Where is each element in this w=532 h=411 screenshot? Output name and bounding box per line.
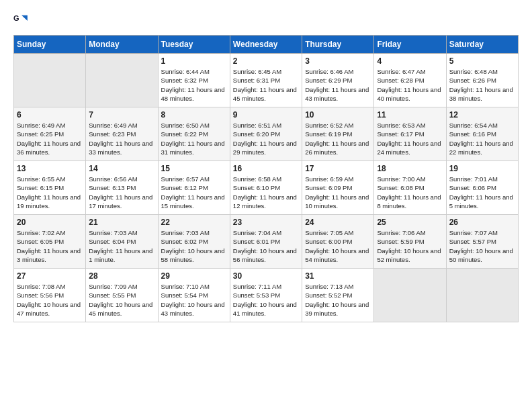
day-detail: Sunrise: 6:50 AM Sunset: 6:22 PM Dayligh…	[161, 121, 227, 156]
day-number: 24	[305, 218, 371, 227]
day-number: 16	[233, 164, 299, 173]
day-detail: Sunrise: 7:00 AM Sunset: 6:08 PM Dayligh…	[377, 175, 443, 210]
day-detail: Sunrise: 7:04 AM Sunset: 6:01 PM Dayligh…	[233, 228, 299, 264]
day-detail: Sunrise: 6:51 AM Sunset: 6:20 PM Dayligh…	[233, 121, 299, 156]
header-cell-saturday: Saturday	[446, 36, 518, 54]
day-cell: 26 Sunrise: 7:07 AM Sunset: 5:57 PM Dayl…	[446, 215, 518, 269]
day-number: 30	[233, 271, 299, 281]
day-detail: Sunrise: 7:07 AM Sunset: 5:57 PM Dayligh…	[449, 228, 515, 264]
header-row: SundayMondayTuesdayWednesdayThursdayFrid…	[14, 36, 519, 54]
day-number: 4	[377, 56, 443, 66]
day-detail: Sunrise: 6:49 AM Sunset: 6:23 PM Dayligh…	[89, 121, 154, 156]
day-cell: 24 Sunrise: 7:05 AM Sunset: 6:00 PM Dayl…	[302, 215, 374, 269]
header-cell-friday: Friday	[374, 36, 446, 54]
calendar-table: SundayMondayTuesdayWednesdayThursdayFrid…	[13, 35, 519, 322]
day-number: 5	[449, 56, 515, 66]
day-number: 6	[17, 110, 83, 120]
day-number: 2	[233, 56, 299, 66]
day-cell	[86, 54, 158, 107]
day-number: 25	[377, 218, 443, 227]
day-cell: 14 Sunrise: 6:56 AM Sunset: 6:13 PM Dayl…	[86, 161, 158, 215]
day-number: 31	[305, 271, 371, 281]
day-detail: Sunrise: 6:44 AM Sunset: 6:32 PM Dayligh…	[161, 67, 227, 103]
day-number: 1	[161, 56, 227, 66]
day-cell: 29 Sunrise: 7:10 AM Sunset: 5:54 PM Dayl…	[158, 269, 230, 322]
week-row-4: 20 Sunrise: 7:02 AM Sunset: 6:05 PM Dayl…	[14, 215, 519, 269]
day-number: 21	[89, 218, 154, 227]
day-cell: 20 Sunrise: 7:02 AM Sunset: 6:05 PM Dayl…	[14, 215, 86, 269]
day-cell: 18 Sunrise: 7:00 AM Sunset: 6:08 PM Dayl…	[374, 161, 446, 215]
day-detail: Sunrise: 6:53 AM Sunset: 6:17 PM Dayligh…	[377, 121, 443, 156]
day-detail: Sunrise: 6:45 AM Sunset: 6:31 PM Dayligh…	[233, 67, 299, 103]
day-number: 26	[449, 218, 515, 227]
day-cell: 2 Sunrise: 6:45 AM Sunset: 6:31 PM Dayli…	[230, 54, 302, 107]
day-number: 15	[161, 164, 227, 173]
logo: G	[13, 13, 30, 28]
day-number: 3	[305, 56, 371, 66]
day-number: 8	[161, 110, 227, 120]
day-detail: Sunrise: 7:08 AM Sunset: 5:56 PM Dayligh…	[17, 282, 83, 318]
day-detail: Sunrise: 7:11 AM Sunset: 5:53 PM Dayligh…	[233, 282, 299, 318]
day-cell: 17 Sunrise: 6:59 AM Sunset: 6:09 PM Dayl…	[302, 161, 374, 215]
day-cell: 21 Sunrise: 7:03 AM Sunset: 6:04 PM Dayl…	[86, 215, 158, 269]
day-detail: Sunrise: 7:06 AM Sunset: 5:59 PM Dayligh…	[377, 228, 443, 264]
svg-marker-1	[21, 15, 28, 21]
header-cell-tuesday: Tuesday	[158, 36, 230, 54]
week-row-2: 6 Sunrise: 6:49 AM Sunset: 6:25 PM Dayli…	[14, 107, 519, 161]
day-number: 18	[377, 164, 443, 173]
header-cell-monday: Monday	[86, 36, 158, 54]
day-detail: Sunrise: 6:48 AM Sunset: 6:26 PM Dayligh…	[449, 67, 515, 103]
day-detail: Sunrise: 6:47 AM Sunset: 6:28 PM Dayligh…	[377, 67, 443, 103]
header-cell-wednesday: Wednesday	[230, 36, 302, 54]
day-cell: 4 Sunrise: 6:47 AM Sunset: 6:28 PM Dayli…	[374, 54, 446, 107]
day-detail: Sunrise: 7:13 AM Sunset: 5:52 PM Dayligh…	[305, 282, 371, 318]
day-cell: 23 Sunrise: 7:04 AM Sunset: 6:01 PM Dayl…	[230, 215, 302, 269]
day-cell: 16 Sunrise: 6:58 AM Sunset: 6:10 PM Dayl…	[230, 161, 302, 215]
day-number: 23	[233, 218, 299, 227]
day-number: 28	[89, 271, 154, 281]
day-detail: Sunrise: 7:03 AM Sunset: 6:02 PM Dayligh…	[161, 228, 227, 264]
week-row-3: 13 Sunrise: 6:55 AM Sunset: 6:15 PM Dayl…	[14, 161, 519, 215]
day-number: 20	[17, 218, 83, 227]
day-cell	[374, 269, 446, 322]
header-cell-thursday: Thursday	[302, 36, 374, 54]
day-detail: Sunrise: 7:10 AM Sunset: 5:54 PM Dayligh…	[161, 282, 227, 318]
day-cell: 6 Sunrise: 6:49 AM Sunset: 6:25 PM Dayli…	[14, 107, 86, 161]
day-cell: 31 Sunrise: 7:13 AM Sunset: 5:52 PM Dayl…	[302, 269, 374, 322]
day-cell: 8 Sunrise: 6:50 AM Sunset: 6:22 PM Dayli…	[158, 107, 230, 161]
day-detail: Sunrise: 6:57 AM Sunset: 6:12 PM Dayligh…	[161, 175, 227, 210]
day-detail: Sunrise: 7:05 AM Sunset: 6:00 PM Dayligh…	[305, 228, 371, 264]
day-cell: 3 Sunrise: 6:46 AM Sunset: 6:29 PM Dayli…	[302, 54, 374, 107]
week-row-1: 1 Sunrise: 6:44 AM Sunset: 6:32 PM Dayli…	[14, 54, 519, 107]
day-number: 17	[305, 164, 371, 173]
week-row-5: 27 Sunrise: 7:08 AM Sunset: 5:56 PM Dayl…	[14, 269, 519, 322]
day-detail: Sunrise: 6:49 AM Sunset: 6:25 PM Dayligh…	[17, 121, 83, 156]
day-number: 9	[233, 110, 299, 120]
day-detail: Sunrise: 6:54 AM Sunset: 6:16 PM Dayligh…	[449, 121, 515, 156]
day-cell: 11 Sunrise: 6:53 AM Sunset: 6:17 PM Dayl…	[374, 107, 446, 161]
day-cell: 30 Sunrise: 7:11 AM Sunset: 5:53 PM Dayl…	[230, 269, 302, 322]
svg-text:G: G	[13, 14, 19, 22]
day-cell: 1 Sunrise: 6:44 AM Sunset: 6:32 PM Dayli…	[158, 54, 230, 107]
day-number: 27	[17, 271, 83, 281]
day-number: 7	[89, 110, 154, 120]
header-cell-sunday: Sunday	[14, 36, 86, 54]
day-detail: Sunrise: 6:56 AM Sunset: 6:13 PM Dayligh…	[89, 175, 154, 210]
page-header: G	[13, 13, 519, 28]
day-cell: 22 Sunrise: 7:03 AM Sunset: 6:02 PM Dayl…	[158, 215, 230, 269]
day-cell: 9 Sunrise: 6:51 AM Sunset: 6:20 PM Dayli…	[230, 107, 302, 161]
day-detail: Sunrise: 7:09 AM Sunset: 5:55 PM Dayligh…	[89, 282, 154, 318]
calendar-header: SundayMondayTuesdayWednesdayThursdayFrid…	[14, 36, 519, 54]
day-cell	[14, 54, 86, 107]
calendar-body: 1 Sunrise: 6:44 AM Sunset: 6:32 PM Dayli…	[14, 54, 519, 322]
day-cell: 27 Sunrise: 7:08 AM Sunset: 5:56 PM Dayl…	[14, 269, 86, 322]
day-detail: Sunrise: 7:03 AM Sunset: 6:04 PM Dayligh…	[89, 228, 154, 264]
day-number: 19	[449, 164, 515, 173]
day-number: 11	[377, 110, 443, 120]
day-number: 22	[161, 218, 227, 227]
day-number: 13	[17, 164, 83, 173]
day-cell: 28 Sunrise: 7:09 AM Sunset: 5:55 PM Dayl…	[86, 269, 158, 322]
day-detail: Sunrise: 7:01 AM Sunset: 6:06 PM Dayligh…	[449, 175, 515, 210]
day-cell: 19 Sunrise: 7:01 AM Sunset: 6:06 PM Dayl…	[446, 161, 518, 215]
day-detail: Sunrise: 6:55 AM Sunset: 6:15 PM Dayligh…	[17, 175, 83, 210]
